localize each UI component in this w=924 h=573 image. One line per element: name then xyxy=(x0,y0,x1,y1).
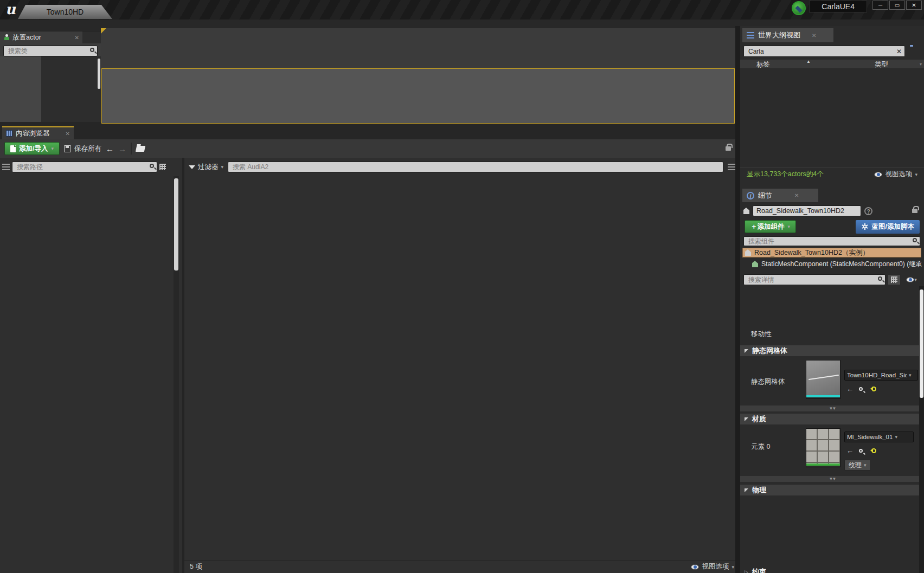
eye-icon xyxy=(691,564,699,570)
browse-icon[interactable] xyxy=(859,387,863,391)
column-label[interactable]: 标签 xyxy=(756,60,770,69)
asset-search-input[interactable] xyxy=(232,163,712,171)
section-expander[interactable]: ▼▼ xyxy=(740,405,924,411)
static-mesh-thumbnail[interactable] xyxy=(806,360,840,399)
component-search-input[interactable] xyxy=(747,237,909,246)
material-thumbnail[interactable] xyxy=(806,428,840,467)
back-button[interactable]: ← xyxy=(106,144,114,153)
use-selected-icon[interactable]: ← xyxy=(846,385,854,393)
content-browser-statusbar: 5 项 视图选项 ▾ xyxy=(184,560,740,573)
app-title: CarlaUE4 xyxy=(809,1,867,12)
actor-icon xyxy=(745,252,751,256)
level-tab-label: Town10HD xyxy=(47,8,84,16)
clear-search-icon[interactable]: ✕ xyxy=(896,48,902,55)
tutorial-icon[interactable] xyxy=(792,1,806,15)
place-actor-items xyxy=(41,56,101,122)
expand-icon: ▷ xyxy=(745,569,748,573)
details-search-input[interactable] xyxy=(747,275,874,284)
chevron-down-icon: ▾ xyxy=(221,164,224,170)
place-actors-scrollbar[interactable] xyxy=(98,59,100,89)
static-mesh-label: 静态网格体 xyxy=(751,377,785,387)
column-type[interactable]: 类型 xyxy=(875,60,888,69)
path-search-input[interactable] xyxy=(16,163,146,171)
blueprint-add-script-button[interactable]: 蓝图/添加脚本 xyxy=(856,220,920,234)
forward-button[interactable]: → xyxy=(118,144,126,153)
folder-tree xyxy=(0,176,172,573)
add-file-icon xyxy=(10,145,16,152)
level-tab[interactable]: Town10HD xyxy=(18,5,112,19)
maximize-button[interactable]: ▭ xyxy=(889,1,905,10)
add-component-button[interactable]: ＋添加组件 ▾ xyxy=(745,220,796,233)
chevron-down-icon: ▾ xyxy=(915,172,917,177)
actor-count-status: 显示13,733个actors的4个 xyxy=(747,170,824,179)
tab-details-label: 细节 xyxy=(758,191,772,201)
outliner-search-input[interactable] xyxy=(747,47,894,56)
component-row-instance[interactable]: Road_Sidewalk_Town10HD2（实例） xyxy=(742,248,921,257)
search-icon xyxy=(913,238,917,242)
property-matrix-button[interactable] xyxy=(888,274,901,285)
add-import-button[interactable]: 添加/导入 ▾ xyxy=(4,142,60,155)
static-mesh-dropdown[interactable]: Town10HD_Road_Sid ▾ xyxy=(844,370,918,381)
sort-ascending-icon[interactable]: ▲ xyxy=(806,59,811,64)
help-icon[interactable]: ? xyxy=(864,207,872,215)
path-search[interactable] xyxy=(12,162,157,172)
filters-button[interactable]: 过滤器 ▾ xyxy=(189,163,223,172)
tab-details[interactable]: i 细节 ✕ xyxy=(742,189,818,202)
use-selected-icon[interactable]: ← xyxy=(846,447,854,455)
component-row-staticmesh[interactable]: StaticMeshComponent (StaticMeshComponent… xyxy=(752,260,923,269)
close-icon[interactable]: ✕ xyxy=(794,192,799,198)
place-actors-search-input[interactable] xyxy=(7,47,86,55)
outliner-view-options-button[interactable]: 视图选项 ▾ xyxy=(874,170,917,179)
lock-icon[interactable] xyxy=(726,146,731,151)
material-actions: ← xyxy=(846,447,876,455)
create-folder-button[interactable] xyxy=(910,47,921,55)
actor-name-field[interactable]: Road_Sidewalk_Town10HD2 xyxy=(753,205,861,216)
close-icon[interactable]: ✕ xyxy=(66,131,70,137)
lock-icon[interactable] xyxy=(912,209,917,213)
viewport[interactable] xyxy=(101,68,735,124)
browse-icon[interactable] xyxy=(859,449,863,453)
search-icon xyxy=(90,48,94,52)
tab-world-outliner[interactable]: 世界大纲视图 ✕ xyxy=(742,28,833,42)
material-element-label: 元素 0 xyxy=(751,442,770,452)
display-filter-button[interactable]: ▾ xyxy=(903,274,920,285)
view-settings-icon[interactable] xyxy=(728,164,735,170)
actor-icon xyxy=(743,210,749,214)
textures-button[interactable]: 纹理 ▾ xyxy=(844,460,871,471)
breadcrumb xyxy=(136,146,145,152)
details-search[interactable] xyxy=(743,274,886,285)
right-panel: 世界大纲视图 ✕ ✕ 标签 ▲ 类型 ▾ 显示13,733个actors的4个 … xyxy=(740,26,924,573)
tree-scrollbar[interactable] xyxy=(174,176,179,573)
section-constraints[interactable]: ▷ 约束 xyxy=(745,567,766,573)
reset-icon[interactable] xyxy=(871,448,876,453)
view-options-button[interactable]: 视图选项 ▾ xyxy=(691,562,734,571)
chevron-down-icon: ▾ xyxy=(788,224,791,229)
material-dropdown[interactable]: MI_Sidewalk_01 ▾ xyxy=(844,432,914,442)
section-physics[interactable]: 物理 xyxy=(740,484,924,495)
tab-place-actors[interactable]: 放置actor ✕ xyxy=(0,31,82,43)
reset-icon[interactable] xyxy=(871,387,876,391)
outliner-search[interactable]: ✕ xyxy=(743,46,905,57)
asset-search[interactable] xyxy=(228,162,723,172)
section-materials[interactable]: 材质 xyxy=(740,413,924,424)
save-all-button[interactable]: 保存所有 xyxy=(64,144,101,153)
tab-content-browser[interactable]: 内容浏览器 ✕ xyxy=(2,126,74,139)
minimize-button[interactable]: ─ xyxy=(872,1,888,10)
place-actors-search[interactable] xyxy=(3,46,98,56)
close-icon[interactable]: ✕ xyxy=(75,35,79,41)
component-search[interactable] xyxy=(743,236,920,246)
path-options-icon[interactable] xyxy=(159,164,166,170)
carla-ue4-editor-window: u Town10HD CarlaUE4 ─ ▭ ✕ 放置actor ✕ xyxy=(0,0,924,573)
mobility-label: 移动性 xyxy=(740,330,801,339)
outliner-icon xyxy=(747,32,754,38)
content-browser-icon xyxy=(6,130,12,137)
section-expander[interactable]: ▼▼ xyxy=(740,476,924,482)
open-folder-icon xyxy=(136,146,145,152)
close-button[interactable]: ✕ xyxy=(906,1,922,10)
section-static-mesh[interactable]: 静态网格体 xyxy=(740,345,924,356)
column-options-icon[interactable]: ▾ xyxy=(920,62,922,67)
panel-divider[interactable] xyxy=(735,26,740,573)
sources-toggle-icon[interactable] xyxy=(2,164,10,170)
close-icon[interactable]: ✕ xyxy=(812,33,816,38)
details-scrollbar[interactable] xyxy=(919,286,924,573)
